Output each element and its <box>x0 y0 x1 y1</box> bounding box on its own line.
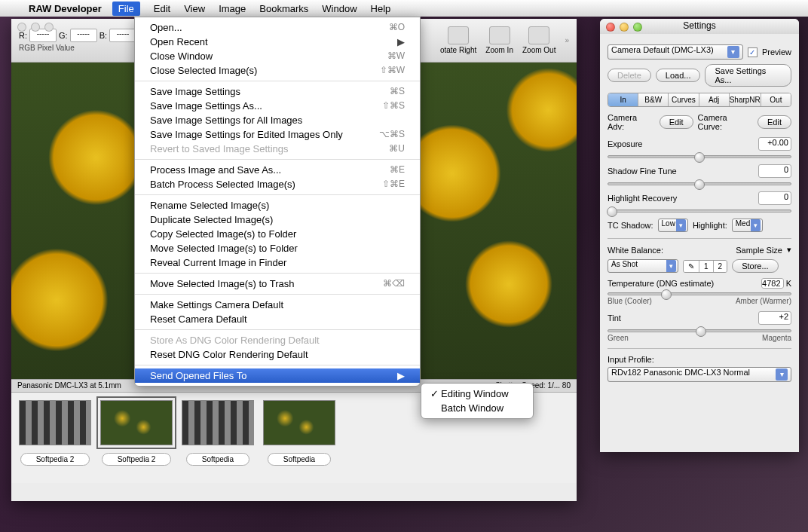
menu-item-save-image-settings[interactable]: Save Image Settings⌘S <box>135 84 420 99</box>
zoom-out-button[interactable]: Zoom Out <box>522 26 556 54</box>
rgb-g-value: ----- <box>70 29 97 42</box>
submenu-arrow-icon: ▶ <box>397 370 405 381</box>
menu-separator <box>135 81 420 81</box>
menu-item-duplicate-selected-image-s[interactable]: Duplicate Selected Image(s) <box>135 212 420 227</box>
menu-help[interactable]: Help <box>371 3 391 14</box>
thumbnail-image[interactable] <box>263 400 335 445</box>
file-menu-dropdown: Open...⌘OOpen Recent▶Close Window⌘WClose… <box>134 17 421 387</box>
menu-item-close-window[interactable]: Close Window⌘W <box>135 49 420 63</box>
submenu-item-editing-window[interactable]: ✓Editing Window <box>421 387 533 401</box>
menu-item-process-image-and-save-as[interactable]: Process Image and Save As...⌘E <box>135 163 420 177</box>
preview-checkbox[interactable]: ✓ <box>748 47 758 57</box>
menu-item-save-image-settings-as[interactable]: Save Image Settings As...⇧⌘S <box>135 99 420 113</box>
shadow-fine-value[interactable]: 0 <box>758 164 791 178</box>
menu-item-save-image-settings-for-edited-images-only[interactable]: Save Image Settings for Edited Images On… <box>135 127 420 142</box>
zoom-button[interactable] <box>44 23 54 32</box>
tint-slider[interactable] <box>608 329 791 332</box>
exposure-slider[interactable] <box>608 155 791 158</box>
preset-select[interactable]: Camera Default (DMC-LX3) <box>608 44 743 60</box>
menu-bookmarks[interactable]: Bookmarks <box>259 3 308 14</box>
tint-slider-thumb[interactable] <box>696 326 706 337</box>
tab-curves[interactable]: Curves <box>669 93 699 106</box>
thumbnail-item[interactable]: Softpedia 2 <box>100 400 173 475</box>
eyedropper-icon[interactable]: ✎ <box>684 261 699 272</box>
menu-item-reset-dng-color-rendering-default[interactable]: Reset DNG Color Rendering Default <box>135 347 420 362</box>
menu-item-reveal-current-image-in-finder[interactable]: Reveal Current Image in Finder <box>135 255 420 270</box>
highlight-recovery-slider-thumb[interactable] <box>607 206 617 217</box>
store-wb-button[interactable]: Store... <box>732 259 778 273</box>
save-settings-as-button[interactable]: Save Settings As... <box>705 64 791 87</box>
tab-out[interactable]: Out <box>761 93 791 106</box>
settings-title-label: Settings <box>683 20 715 31</box>
input-profile-select[interactable]: RDv182 Panasonic DMC-LX3 Normal <box>608 367 791 382</box>
camera-adv-edit-button[interactable]: Edit <box>660 115 693 129</box>
close-button[interactable] <box>17 23 26 32</box>
menu-item-rename-selected-image-s[interactable]: Rename Selected Image(s) <box>135 198 420 212</box>
system-menubar: RAW Developer File Edit View Image Bookm… <box>0 0 808 17</box>
temperature-slider[interactable] <box>608 292 791 295</box>
thumbnail-item[interactable]: Softpedia 2 <box>19 400 91 475</box>
camera-curve-edit-button[interactable]: Edit <box>758 115 791 129</box>
menu-item-move-selected-image-s-to-folder[interactable]: Move Selected Image(s) to Folder <box>135 241 420 255</box>
temperature-slider-thumb[interactable] <box>661 289 672 300</box>
white-balance-select[interactable]: As Shot <box>608 259 678 273</box>
send-files-submenu: ✓Editing WindowBatch Window <box>421 383 534 419</box>
menu-item-close-selected-image-s[interactable]: Close Selected Image(s)⇧⌘W <box>135 63 420 78</box>
menu-item-copy-selected-image-s-to-folder[interactable]: Copy Selected Image(s) to Folder <box>135 227 420 241</box>
tc-highlight-select[interactable]: Med <box>732 219 763 232</box>
menu-image[interactable]: Image <box>219 3 246 14</box>
menu-item-save-image-settings-for-all-images[interactable]: Save Image Settings for All Images <box>135 113 420 127</box>
highlight-recovery-value[interactable]: 0 <box>758 191 791 205</box>
tab-sharpnr[interactable]: SharpNR <box>730 93 761 106</box>
exposure-slider-thumb[interactable] <box>694 152 705 163</box>
menu-item-send-opened-files-to[interactable]: Send Opened Files To▶ <box>135 368 420 383</box>
shadow-fine-slider-thumb[interactable] <box>694 179 705 190</box>
thumbnail-image[interactable] <box>182 400 254 445</box>
tint-value[interactable]: +2 <box>758 311 791 325</box>
menu-item-batch-process-selected-image-s[interactable]: Batch Process Selected Image(s)⇧⌘E <box>135 177 420 191</box>
settings-zoom-button[interactable] <box>633 23 642 32</box>
submenu-item-batch-window[interactable]: Batch Window <box>421 401 533 415</box>
wb-picker-segment[interactable]: ✎ 1 2 <box>683 260 727 273</box>
tab-bw[interactable]: B&W <box>638 93 669 106</box>
settings-minimize-button[interactable] <box>620 23 629 32</box>
thumbnail-image[interactable] <box>100 400 173 445</box>
app-name[interactable]: RAW Developer <box>29 3 102 14</box>
menu-item-open[interactable]: Open...⌘O <box>135 20 420 35</box>
thumbnail-label: Softpedia 2 <box>102 453 172 466</box>
menu-item-open-recent[interactable]: Open Recent▶ <box>135 35 420 49</box>
wb-seg-2[interactable]: 2 <box>714 261 727 272</box>
tab-in[interactable]: In <box>608 93 638 106</box>
menu-edit[interactable]: Edit <box>154 3 170 14</box>
shadow-fine-slider[interactable] <box>608 182 791 185</box>
menu-item-reset-camera-default[interactable]: Reset Camera Default <box>135 312 420 326</box>
menu-item-revert-to-saved-image-settings: Revert to Saved Image Settings⌘U <box>135 142 420 156</box>
settings-close-button[interactable] <box>606 23 615 32</box>
load-button[interactable]: Load... <box>656 69 701 82</box>
temperature-value[interactable]: 4782 <box>761 278 783 289</box>
thumbnail-item[interactable]: Softpedia <box>263 400 335 475</box>
menu-file[interactable]: File <box>112 2 140 16</box>
delete-button[interactable]: Delete <box>608 69 651 82</box>
thumbnail-item[interactable]: Softpedia <box>182 400 254 475</box>
sample-size-label: Sample Size <box>736 246 782 255</box>
menu-item-move-selected-image-s-to-trash[interactable]: Move Selected Image(s) to Trash⌘⌫ <box>135 277 420 291</box>
thumbnail-image[interactable] <box>19 400 91 445</box>
shadow-fine-control: Shadow Fine Tune0 <box>608 164 791 185</box>
menu-item-make-settings-camera-default[interactable]: Make Settings Camera Default <box>135 298 420 312</box>
zoom-in-button[interactable]: Zoom In <box>485 26 513 54</box>
tab-adj[interactable]: Adj <box>699 93 730 106</box>
highlight-recovery-slider[interactable] <box>608 209 791 212</box>
exposure-value[interactable]: +0.00 <box>758 137 791 151</box>
minimize-button[interactable] <box>31 23 40 32</box>
menu-view[interactable]: View <box>184 3 205 14</box>
tc-shadow-select[interactable]: Low <box>658 219 688 232</box>
wb-seg-1[interactable]: 1 <box>699 261 714 272</box>
rotate-right-button[interactable]: otate Right <box>440 26 476 54</box>
tc-highlight-label: Highlight: <box>693 221 727 230</box>
toolbar-overflow-icon[interactable]: » <box>565 36 569 44</box>
menu-item-store-as-dng-color-rendering-default: Store As DNG Color Rendering Default <box>135 333 420 347</box>
menu-window[interactable]: Window <box>322 3 357 14</box>
sample-size-dropdown-icon[interactable]: ▾ <box>787 245 791 255</box>
tc-shadow-label: TC Shadow: <box>608 221 653 230</box>
